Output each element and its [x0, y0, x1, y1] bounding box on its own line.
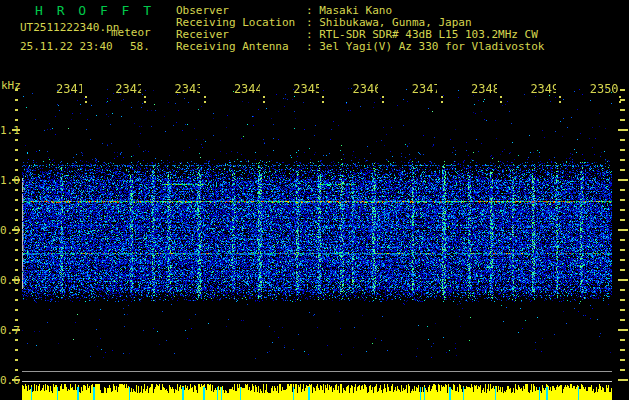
freq-tick	[15, 289, 18, 291]
capture-mode-label: meteor	[111, 26, 151, 39]
freq-tick	[620, 89, 625, 91]
freq-tick	[620, 239, 625, 241]
minute-tick	[559, 96, 561, 105]
freq-tick	[620, 109, 625, 111]
freq-tick	[620, 99, 625, 101]
freq-tick	[620, 119, 625, 121]
freq-tick	[15, 219, 18, 221]
time-label: 2350	[590, 82, 619, 96]
app-title: H R O F F T	[35, 3, 154, 18]
freq-tick	[15, 109, 18, 111]
freq-tick	[15, 259, 18, 261]
freq-tick	[15, 169, 18, 171]
freq-tick	[620, 139, 625, 141]
minute-tick	[204, 96, 206, 105]
time-label: 2347	[412, 82, 438, 96]
freq-tick	[15, 269, 18, 271]
freq-tick	[12, 329, 20, 331]
minute-tick	[382, 96, 384, 105]
freq-tick	[15, 369, 18, 371]
time-label: 2341	[56, 82, 82, 96]
time-label: 2348	[471, 82, 497, 96]
freq-tick	[620, 299, 625, 301]
spectrogram-canvas	[22, 88, 612, 400]
minute-tick	[85, 96, 87, 105]
freq-tick	[15, 349, 18, 351]
time-label: 2345	[293, 82, 319, 96]
freq-tick	[620, 349, 625, 351]
freq-tick	[15, 119, 18, 121]
freq-tick	[15, 339, 18, 341]
freq-tick	[620, 309, 625, 311]
capture-filename: UT2511222340.pn	[20, 21, 119, 34]
freq-tick	[15, 189, 18, 191]
freq-tick	[12, 129, 20, 131]
freq-tick	[15, 139, 18, 141]
freq-tick	[12, 379, 20, 381]
station-info: Observer: Masaki Kano Receiving Location…	[176, 5, 544, 53]
freq-tick	[620, 199, 625, 201]
freq-tick	[15, 89, 18, 91]
freq-tick	[15, 319, 18, 321]
minute-tick	[322, 96, 324, 105]
time-label: 2344	[234, 82, 260, 96]
freq-tick	[620, 289, 625, 291]
station-info-label: Receiving Antenna	[176, 41, 306, 53]
freq-tick	[620, 259, 625, 261]
freq-tick	[15, 299, 18, 301]
colon: :	[306, 40, 319, 53]
noise-level: 58.	[130, 40, 150, 53]
freq-tick	[15, 99, 18, 101]
freq-tick	[618, 379, 628, 381]
time-label: 2346	[353, 82, 379, 96]
freq-tick	[620, 339, 625, 341]
freq-tick	[15, 159, 18, 161]
station-info-value: 3el Yagi(V) Az 330 for Vladivostok	[319, 40, 544, 53]
freq-tick	[15, 359, 18, 361]
minute-tick	[500, 96, 502, 105]
freq-tick	[15, 149, 18, 151]
freq-tick	[618, 179, 628, 181]
freq-tick	[620, 169, 625, 171]
freq-tick	[15, 239, 18, 241]
freq-tick	[12, 179, 20, 181]
station-info-row: Receiving Antenna: 3el Yagi(V) Az 330 fo…	[176, 41, 544, 53]
freq-tick	[620, 159, 625, 161]
freq-tick	[12, 229, 20, 231]
freq-tick	[620, 369, 625, 371]
minute-tick	[144, 96, 146, 105]
freq-tick	[618, 129, 628, 131]
freq-tick	[15, 199, 18, 201]
freq-tick	[620, 219, 625, 221]
capture-datetime: 25.11.22 23:40	[20, 40, 113, 53]
freq-tick	[618, 329, 628, 331]
minute-tick	[441, 96, 443, 105]
time-label: 2342	[115, 82, 141, 96]
freq-tick	[620, 189, 625, 191]
minute-tick	[263, 96, 265, 105]
time-label: 2349	[530, 82, 556, 96]
freq-tick	[618, 279, 628, 281]
hrofft-screen: H R O F F T UT2511222340.pn meteor 25.11…	[0, 0, 629, 400]
freq-tick	[620, 149, 625, 151]
freq-tick	[618, 229, 628, 231]
freq-tick	[620, 359, 625, 361]
freq-tick	[15, 309, 18, 311]
freq-tick	[12, 279, 20, 281]
freq-tick	[620, 319, 625, 321]
freq-tick	[620, 269, 625, 271]
freq-tick	[620, 209, 625, 211]
time-label: 2343	[175, 82, 201, 96]
freq-tick	[15, 249, 18, 251]
freq-tick	[15, 209, 18, 211]
freq-tick	[620, 249, 625, 251]
